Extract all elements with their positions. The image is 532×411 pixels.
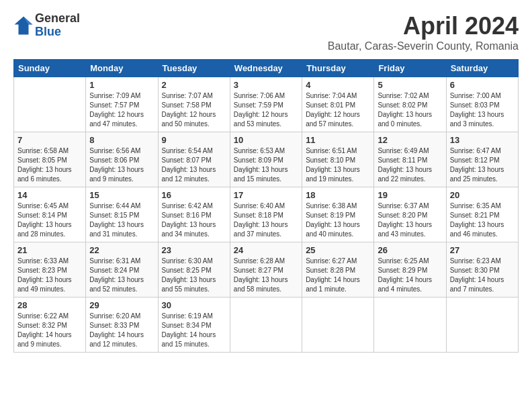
cell-content: 17Sunrise: 6:40 AM Sunset: 8:18 PM Dayli…: [234, 190, 298, 239]
calendar-cell: 18Sunrise: 6:38 AM Sunset: 8:19 PM Dayli…: [302, 187, 374, 242]
day-number: 15: [89, 190, 154, 200]
calendar-cell: 27Sunrise: 6:23 AM Sunset: 8:30 PM Dayli…: [446, 242, 518, 298]
col-friday: Friday: [374, 60, 446, 77]
day-info: Sunrise: 6:19 AM Sunset: 8:34 PM Dayligh…: [162, 312, 226, 349]
calendar-cell: 22Sunrise: 6:31 AM Sunset: 8:24 PM Dayli…: [86, 242, 158, 298]
col-tuesday: Tuesday: [158, 60, 230, 77]
cell-content: 4Sunrise: 7:04 AM Sunset: 8:01 PM Daylig…: [306, 80, 370, 129]
cell-content: 23Sunrise: 6:30 AM Sunset: 8:25 PM Dayli…: [162, 245, 226, 294]
calendar-cell: 23Sunrise: 6:30 AM Sunset: 8:25 PM Dayli…: [158, 242, 230, 298]
calendar-cell: [230, 298, 302, 353]
day-number: 1: [89, 80, 154, 90]
calendar-cell: 3Sunrise: 7:06 AM Sunset: 7:59 PM Daylig…: [230, 77, 302, 132]
day-info: Sunrise: 7:06 AM Sunset: 7:59 PM Dayligh…: [234, 91, 298, 129]
day-number: 28: [17, 300, 82, 310]
day-number: 14: [17, 190, 82, 200]
cell-content: 28Sunrise: 6:22 AM Sunset: 8:32 PM Dayli…: [17, 300, 82, 349]
calendar-cell: 1Sunrise: 7:09 AM Sunset: 7:57 PM Daylig…: [86, 77, 158, 132]
calendar-cell: [374, 298, 446, 353]
subtitle: Bautar, Caras-Severin County, Romania: [328, 40, 519, 52]
cell-content: 11Sunrise: 6:51 AM Sunset: 8:10 PM Dayli…: [306, 135, 370, 184]
day-number: 7: [17, 135, 82, 145]
day-number: 25: [306, 245, 370, 255]
day-info: Sunrise: 6:44 AM Sunset: 8:15 PM Dayligh…: [89, 201, 154, 239]
calendar-table: Sunday Monday Tuesday Wednesday Thursday…: [13, 59, 519, 353]
day-number: 20: [450, 190, 515, 200]
day-info: Sunrise: 6:20 AM Sunset: 8:33 PM Dayligh…: [89, 312, 154, 349]
cell-content: 8Sunrise: 6:56 AM Sunset: 8:06 PM Daylig…: [89, 135, 154, 184]
calendar-week-5: 28Sunrise: 6:22 AM Sunset: 8:32 PM Dayli…: [14, 298, 519, 353]
cell-content: 12Sunrise: 6:49 AM Sunset: 8:11 PM Dayli…: [378, 135, 442, 184]
calendar-cell: 15Sunrise: 6:44 AM Sunset: 8:15 PM Dayli…: [86, 187, 158, 242]
day-number: 19: [378, 190, 442, 200]
day-info: Sunrise: 6:58 AM Sunset: 8:05 PM Dayligh…: [17, 146, 82, 184]
cell-content: 3Sunrise: 7:06 AM Sunset: 7:59 PM Daylig…: [234, 80, 298, 129]
day-number: 17: [234, 190, 298, 200]
day-info: Sunrise: 7:04 AM Sunset: 8:01 PM Dayligh…: [306, 91, 370, 129]
day-info: Sunrise: 6:45 AM Sunset: 8:14 PM Dayligh…: [17, 201, 82, 239]
cell-content: 26Sunrise: 6:25 AM Sunset: 8:29 PM Dayli…: [378, 245, 442, 294]
calendar-cell: 6Sunrise: 7:00 AM Sunset: 8:03 PM Daylig…: [446, 77, 518, 132]
cell-content: 29Sunrise: 6:20 AM Sunset: 8:33 PM Dayli…: [89, 300, 154, 349]
calendar-cell: 25Sunrise: 6:27 AM Sunset: 8:28 PM Dayli…: [302, 242, 374, 298]
calendar-header: Sunday Monday Tuesday Wednesday Thursday…: [14, 60, 519, 77]
calendar-cell: [302, 298, 374, 353]
day-number: 5: [378, 80, 442, 90]
svg-marker-0: [15, 16, 33, 34]
cell-content: 19Sunrise: 6:37 AM Sunset: 8:20 PM Dayli…: [378, 190, 442, 239]
header: General Blue April 2024 Bautar, Caras-Se…: [13, 12, 519, 52]
calendar-cell: 26Sunrise: 6:25 AM Sunset: 8:29 PM Dayli…: [374, 242, 446, 298]
calendar-cell: 20Sunrise: 6:35 AM Sunset: 8:21 PM Dayli…: [446, 187, 518, 242]
day-info: Sunrise: 6:22 AM Sunset: 8:32 PM Dayligh…: [17, 312, 82, 349]
day-info: Sunrise: 6:31 AM Sunset: 8:24 PM Dayligh…: [89, 257, 154, 294]
calendar-week-2: 7Sunrise: 6:58 AM Sunset: 8:05 PM Daylig…: [14, 132, 519, 187]
day-info: Sunrise: 7:02 AM Sunset: 8:02 PM Dayligh…: [378, 91, 442, 129]
day-number: 22: [89, 245, 154, 255]
calendar-cell: 9Sunrise: 6:54 AM Sunset: 8:07 PM Daylig…: [158, 132, 230, 187]
calendar-cell: 4Sunrise: 7:04 AM Sunset: 8:01 PM Daylig…: [302, 77, 374, 132]
day-number: 24: [234, 245, 298, 255]
day-info: Sunrise: 6:37 AM Sunset: 8:20 PM Dayligh…: [378, 201, 442, 239]
day-number: 9: [162, 135, 226, 145]
day-info: Sunrise: 7:07 AM Sunset: 7:58 PM Dayligh…: [162, 91, 226, 129]
logo-blue-text: Blue: [35, 26, 80, 39]
day-number: 13: [450, 135, 515, 145]
col-monday: Monday: [86, 60, 158, 77]
cell-content: 2Sunrise: 7:07 AM Sunset: 7:58 PM Daylig…: [162, 80, 226, 129]
calendar-cell: 8Sunrise: 6:56 AM Sunset: 8:06 PM Daylig…: [86, 132, 158, 187]
header-row: Sunday Monday Tuesday Wednesday Thursday…: [14, 60, 519, 77]
cell-content: 15Sunrise: 6:44 AM Sunset: 8:15 PM Dayli…: [89, 190, 154, 239]
day-info: Sunrise: 6:23 AM Sunset: 8:30 PM Dayligh…: [450, 257, 515, 294]
calendar-cell: 11Sunrise: 6:51 AM Sunset: 8:10 PM Dayli…: [302, 132, 374, 187]
calendar-cell: 14Sunrise: 6:45 AM Sunset: 8:14 PM Dayli…: [14, 187, 86, 242]
logo-text: General Blue: [35, 12, 80, 39]
day-info: Sunrise: 7:00 AM Sunset: 8:03 PM Dayligh…: [450, 91, 515, 129]
calendar-cell: 28Sunrise: 6:22 AM Sunset: 8:32 PM Dayli…: [14, 298, 86, 353]
day-info: Sunrise: 6:40 AM Sunset: 8:18 PM Dayligh…: [234, 201, 298, 239]
day-number: 16: [162, 190, 226, 200]
cell-content: 7Sunrise: 6:58 AM Sunset: 8:05 PM Daylig…: [17, 135, 82, 184]
day-info: Sunrise: 6:27 AM Sunset: 8:28 PM Dayligh…: [306, 257, 370, 294]
day-info: Sunrise: 6:47 AM Sunset: 8:12 PM Dayligh…: [450, 146, 515, 184]
cell-content: 20Sunrise: 6:35 AM Sunset: 8:21 PM Dayli…: [450, 190, 515, 239]
calendar-cell: 21Sunrise: 6:33 AM Sunset: 8:23 PM Dayli…: [14, 242, 86, 298]
logo-general-text: General: [35, 12, 80, 26]
title-block: April 2024 Bautar, Caras-Severin County,…: [328, 12, 519, 52]
day-info: Sunrise: 6:30 AM Sunset: 8:25 PM Dayligh…: [162, 257, 226, 294]
calendar-cell: 16Sunrise: 6:42 AM Sunset: 8:16 PM Dayli…: [158, 187, 230, 242]
day-number: 21: [17, 245, 82, 255]
col-wednesday: Wednesday: [230, 60, 302, 77]
main-title: April 2024: [328, 12, 519, 40]
cell-content: 5Sunrise: 7:02 AM Sunset: 8:02 PM Daylig…: [378, 80, 442, 129]
cell-content: 30Sunrise: 6:19 AM Sunset: 8:34 PM Dayli…: [162, 300, 226, 349]
day-number: 18: [306, 190, 370, 200]
calendar-cell: 2Sunrise: 7:07 AM Sunset: 7:58 PM Daylig…: [158, 77, 230, 132]
calendar-cell: 17Sunrise: 6:40 AM Sunset: 8:18 PM Dayli…: [230, 187, 302, 242]
calendar-cell: [446, 298, 518, 353]
cell-content: 18Sunrise: 6:38 AM Sunset: 8:19 PM Dayli…: [306, 190, 370, 239]
calendar-cell: 10Sunrise: 6:53 AM Sunset: 8:09 PM Dayli…: [230, 132, 302, 187]
cell-content: 25Sunrise: 6:27 AM Sunset: 8:28 PM Dayli…: [306, 245, 370, 294]
day-number: 2: [162, 80, 226, 90]
day-number: 30: [162, 300, 226, 310]
cell-content: 21Sunrise: 6:33 AM Sunset: 8:23 PM Dayli…: [17, 245, 82, 294]
